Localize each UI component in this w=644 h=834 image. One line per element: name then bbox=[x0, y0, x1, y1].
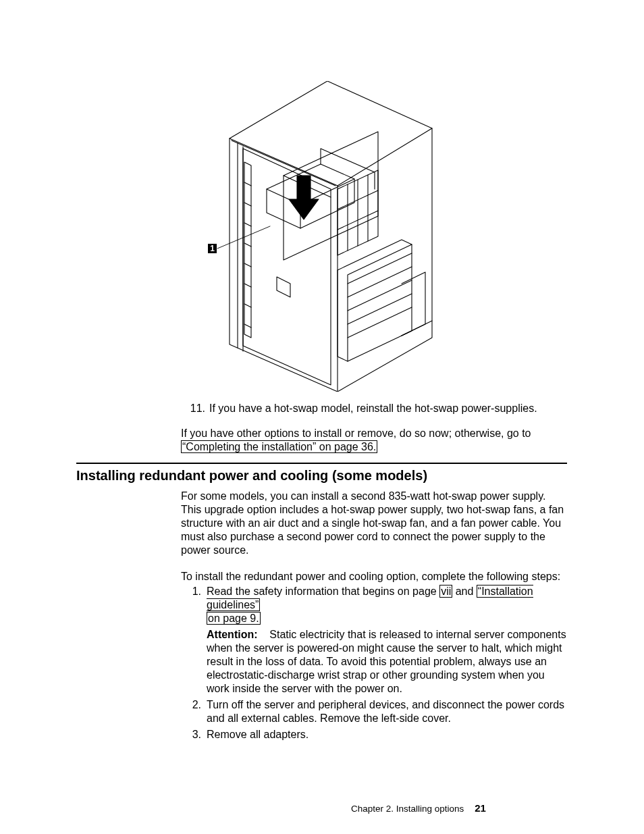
link-installation-guidelines-cont[interactable]: on page 9. bbox=[207, 612, 261, 625]
figure-server-power-supply bbox=[203, 81, 452, 392]
footer-page-number: 21 bbox=[475, 802, 486, 814]
list-item: 3. Remove all adapters. bbox=[181, 728, 567, 741]
list-item: 2. Turn off the server and peripheral de… bbox=[181, 698, 567, 725]
page-footer: Chapter 2. Installing options 21 bbox=[351, 802, 486, 814]
section-rule bbox=[76, 463, 567, 464]
step1-prefix: Read the safety information that begins … bbox=[207, 585, 439, 597]
figure-callout-1: 1 bbox=[208, 244, 217, 253]
section-heading: Installing redundant power and cooling (… bbox=[76, 468, 427, 484]
step-body: Read the safety information that begins … bbox=[207, 585, 567, 696]
section-intro: For some models, you can install a secon… bbox=[181, 490, 567, 557]
step-number: 2. bbox=[181, 698, 207, 725]
page: 1 11.If you have a hot-swap model, reins… bbox=[0, 0, 644, 834]
link-page-vii[interactable]: vii bbox=[439, 585, 452, 598]
footer-chapter: Chapter 2. Installing options bbox=[351, 804, 464, 814]
step-number: 1. bbox=[181, 585, 207, 696]
step-11: 11.If you have a hot-swap model, reinsta… bbox=[189, 401, 567, 416]
paragraph-after-steps: If you have other options to install or … bbox=[181, 427, 567, 454]
step-text: If you have a hot-swap model, reinstall … bbox=[209, 402, 537, 414]
attention-label: Attention: bbox=[207, 629, 258, 640]
section-lead: To install the redundant power and cooli… bbox=[181, 570, 567, 583]
step-number: 11. bbox=[189, 401, 205, 416]
step-body: Remove all adapters. bbox=[207, 728, 567, 741]
paragraph-line1: If you have other options to install or … bbox=[181, 427, 531, 439]
step-number: 3. bbox=[181, 728, 207, 741]
link-completing-installation[interactable]: “Completing the installation” on page 36… bbox=[181, 440, 377, 453]
ordered-steps: 1. Read the safety information that begi… bbox=[181, 585, 567, 744]
attention-body: Static electricity that is released to i… bbox=[207, 629, 566, 694]
list-item: 1. Read the safety information that begi… bbox=[181, 585, 567, 696]
step1-mid: and bbox=[452, 585, 477, 597]
step-body: Turn off the server and peripheral devic… bbox=[207, 698, 567, 725]
